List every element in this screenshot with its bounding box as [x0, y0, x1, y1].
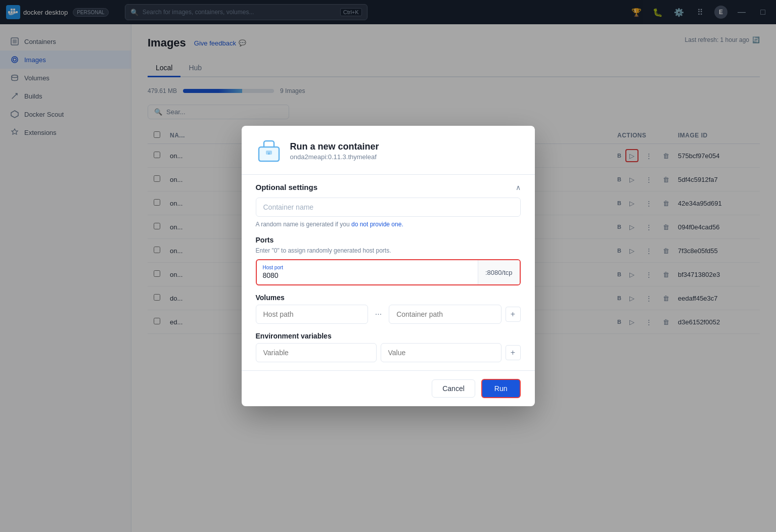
cancel-button[interactable]: Cancel	[432, 379, 475, 398]
browse-host-path-btn[interactable]: ···	[372, 310, 385, 319]
volumes-section-title: Volumes	[256, 294, 521, 302]
modal-header: Run a new container onda2meapi:0.11.3.th…	[242, 126, 535, 175]
volumes-row: ··· +	[256, 305, 521, 324]
chevron-up-icon: ∧	[516, 183, 521, 191]
ports-helper-text: Enter "0" to assign randomly generated h…	[256, 247, 521, 254]
modal-body: Optional settings ∧ A random name is gen…	[242, 175, 535, 370]
container-name-input[interactable]	[256, 198, 521, 217]
optional-settings-section-header[interactable]: Optional settings ∧	[256, 175, 521, 198]
ports-section-title: Ports	[256, 236, 521, 244]
env-vars-row: +	[256, 343, 521, 362]
modal-title: Run a new container	[290, 141, 379, 152]
container-name-helper: A random name is generated if you do not…	[256, 221, 521, 228]
env-variable-input[interactable]	[256, 343, 377, 362]
run-container-modal: Run a new container onda2meapi:0.11.3.th…	[242, 126, 535, 406]
port-suffix: :8080/tcp	[478, 260, 520, 284]
add-volume-btn[interactable]: +	[506, 307, 521, 322]
container-box-icon	[256, 138, 282, 164]
host-port-label: Host port	[257, 262, 478, 270]
env-value-input[interactable]	[381, 343, 501, 362]
modal-subtitle: onda2meapi:0.11.3.thymeleaf	[290, 153, 379, 161]
host-path-input[interactable]	[256, 305, 368, 324]
run-button[interactable]: Run	[481, 379, 521, 398]
modal-header-text: Run a new container onda2meapi:0.11.3.th…	[290, 141, 379, 161]
modal-overlay: Run a new container onda2meapi:0.11.3.th…	[0, 0, 776, 532]
host-port-input[interactable]	[257, 270, 478, 283]
env-vars-section-title: Environment variables	[256, 332, 521, 340]
container-name-helper-link[interactable]: do not provide one.	[351, 221, 403, 228]
container-path-input[interactable]	[389, 305, 501, 324]
add-env-var-btn[interactable]: +	[506, 345, 521, 360]
port-input-row: Host port :8080/tcp	[256, 259, 521, 285]
optional-settings-title: Optional settings	[256, 183, 318, 191]
modal-footer: Cancel Run	[242, 370, 535, 406]
